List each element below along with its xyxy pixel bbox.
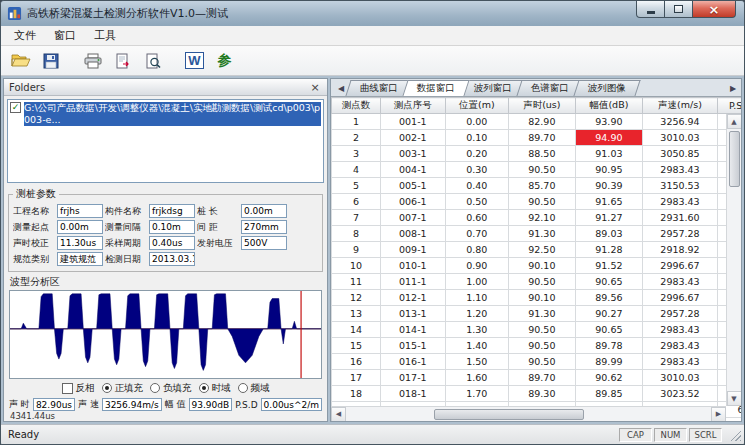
table-cell[interactable]: 90.50 bbox=[508, 162, 575, 178]
folder-list[interactable]: G:\公司产品数据\开发\调整仪器\混凝土\实地勘测数据\测试cd\p003\p… bbox=[7, 99, 324, 183]
table-row[interactable]: 17017-11.6089.7090.623010.036.40 bbox=[332, 370, 741, 386]
table-cell[interactable]: 3010.03 bbox=[642, 370, 717, 386]
table-cell[interactable]: 003-1 bbox=[380, 146, 445, 162]
maximize-button[interactable] bbox=[665, 1, 692, 18]
table-row[interactable]: 8008-10.7091.3089.032957.286.40 bbox=[332, 226, 741, 242]
folder-item[interactable]: G:\公司产品数据\开发\调整仪器\混凝土\实地勘测数据\测试cd\p003\p… bbox=[10, 102, 321, 126]
table-row[interactable]: 13013-11.2091.3090.272957.2814.4 bbox=[332, 306, 741, 322]
table-cell[interactable]: 89.03 bbox=[575, 226, 642, 242]
table-cell[interactable]: 1.70 bbox=[445, 386, 508, 402]
table-cell[interactable]: 2983.43 bbox=[642, 274, 717, 290]
column-header[interactable]: P.S.D(us bbox=[718, 98, 741, 114]
column-header[interactable]: 测点数 bbox=[332, 98, 381, 114]
table-cell[interactable]: 0.10 bbox=[445, 130, 508, 146]
menu-file[interactable]: 文件 bbox=[5, 26, 45, 45]
table-row[interactable]: 7007-10.6092.1091.272931.6025.6 bbox=[332, 210, 741, 226]
table-cell[interactable]: 3256.94 bbox=[642, 114, 717, 130]
tab-1[interactable]: 数据窗口 bbox=[402, 80, 469, 96]
column-header[interactable]: 声速(m/s) bbox=[642, 98, 717, 114]
table-cell[interactable]: 90.50 bbox=[508, 274, 575, 290]
table-cell[interactable]: 12 bbox=[332, 290, 381, 306]
table-cell[interactable]: 91.27 bbox=[575, 210, 642, 226]
word-report-button[interactable]: W bbox=[181, 48, 208, 73]
table-cell[interactable]: 009-1 bbox=[380, 242, 445, 258]
table-cell[interactable]: 0.20 bbox=[445, 146, 508, 162]
table-cell[interactable]: 016-1 bbox=[380, 354, 445, 370]
table-cell[interactable]: 005-1 bbox=[380, 178, 445, 194]
table-cell[interactable]: 10 bbox=[332, 258, 381, 274]
param-value[interactable]: 270mm bbox=[241, 220, 287, 234]
table-cell[interactable]: 1.50 bbox=[445, 354, 508, 370]
table-cell[interactable]: 5 bbox=[332, 178, 381, 194]
table-cell[interactable]: 1.20 bbox=[445, 306, 508, 322]
table-cell[interactable]: 88.50 bbox=[508, 146, 575, 162]
table-row[interactable]: 16016-11.5090.5089.992983.430.00 bbox=[332, 354, 741, 370]
table-cell[interactable]: 90.50 bbox=[508, 194, 575, 210]
folder-checkbox[interactable] bbox=[10, 102, 21, 113]
table-cell[interactable]: 1.00 bbox=[445, 274, 508, 290]
table-cell[interactable]: 90.95 bbox=[575, 162, 642, 178]
table-cell[interactable]: 90.50 bbox=[508, 338, 575, 354]
waveform-display[interactable] bbox=[9, 290, 322, 379]
table-cell[interactable]: 1.60 bbox=[445, 370, 508, 386]
table-cell[interactable]: 007-1 bbox=[380, 210, 445, 226]
table-row[interactable]: 1001-10.0082.9093.903256.940.00 bbox=[332, 114, 741, 130]
param-value[interactable]: 建筑规范 bbox=[57, 252, 103, 266]
table-cell[interactable]: 0.30 bbox=[445, 162, 508, 178]
horizontal-scrollbar[interactable]: ◀ ▶ bbox=[331, 406, 726, 421]
table-cell[interactable]: 17 bbox=[332, 370, 381, 386]
param-value[interactable]: 11.30us bbox=[57, 236, 103, 250]
table-cell[interactable]: 94.90 bbox=[575, 130, 642, 146]
open-button[interactable] bbox=[7, 48, 34, 73]
table-cell[interactable]: 13 bbox=[332, 306, 381, 322]
table-cell[interactable]: 2983.43 bbox=[642, 194, 717, 210]
table-cell[interactable]: 9 bbox=[332, 242, 381, 258]
resize-grip[interactable] bbox=[728, 428, 741, 441]
table-cell[interactable]: 7 bbox=[332, 210, 381, 226]
table-cell[interactable]: 2 bbox=[332, 130, 381, 146]
print-button[interactable] bbox=[79, 48, 106, 73]
table-cell[interactable]: 89.30 bbox=[508, 386, 575, 402]
table-cell[interactable]: 010-1 bbox=[380, 258, 445, 274]
column-header[interactable]: 测点序号 bbox=[380, 98, 445, 114]
table-cell[interactable]: 0.60 bbox=[445, 210, 508, 226]
vertical-scrollbar[interactable]: ▲ ▼ bbox=[726, 114, 741, 406]
table-cell[interactable]: 90.10 bbox=[508, 258, 575, 274]
table-cell[interactable]: 2957.28 bbox=[642, 226, 717, 242]
table-cell[interactable]: 92.10 bbox=[508, 210, 575, 226]
table-cell[interactable]: 013-1 bbox=[380, 306, 445, 322]
menu-window[interactable]: 窗口 bbox=[45, 26, 85, 45]
table-cell[interactable]: 15 bbox=[332, 338, 381, 354]
table-cell[interactable]: 91.28 bbox=[575, 242, 642, 258]
horizontal-scroll-thumb[interactable] bbox=[434, 409, 584, 420]
table-row[interactable]: 3003-10.2088.5091.033050.8514.4 bbox=[332, 146, 741, 162]
param-value[interactable]: 0.00m bbox=[241, 204, 287, 218]
table-cell[interactable]: 2983.43 bbox=[642, 354, 717, 370]
radio-fill-negative[interactable]: 负填充 bbox=[150, 382, 192, 395]
param-value[interactable]: 2013.03.13 bbox=[149, 252, 195, 266]
table-cell[interactable]: 3 bbox=[332, 146, 381, 162]
table-row[interactable]: 10010-10.9090.1091.522996.6757.6 bbox=[332, 258, 741, 274]
table-cell[interactable]: 93.90 bbox=[575, 114, 642, 130]
scroll-down-icon[interactable]: ▼ bbox=[727, 391, 742, 406]
table-cell[interactable]: 89.99 bbox=[575, 354, 642, 370]
tab-scroll-right-icon[interactable]: ▶ bbox=[727, 84, 739, 93]
table-cell[interactable]: 14 bbox=[332, 322, 381, 338]
table-cell[interactable]: 015-1 bbox=[380, 338, 445, 354]
table-cell[interactable]: 90.62 bbox=[575, 370, 642, 386]
table-row[interactable]: 18018-11.7089.3089.853023.521.60 bbox=[332, 386, 741, 402]
table-cell[interactable]: 89.78 bbox=[575, 338, 642, 354]
table-cell[interactable]: 3050.85 bbox=[642, 146, 717, 162]
table-cell[interactable]: 1 bbox=[332, 114, 381, 130]
table-cell[interactable]: 006-1 bbox=[380, 194, 445, 210]
checkbox-invert[interactable]: 反相 bbox=[62, 382, 95, 395]
table-cell[interactable]: 18 bbox=[332, 386, 381, 402]
radio-freq-domain[interactable]: 频域 bbox=[238, 382, 270, 395]
table-cell[interactable]: 91.30 bbox=[508, 306, 575, 322]
table-row[interactable]: 2002-10.1089.7094.903010.03462.4 bbox=[332, 130, 741, 146]
table-row[interactable]: 11011-11.0090.5090.652983.431.60 bbox=[332, 274, 741, 290]
table-row[interactable]: 14014-11.3090.5090.652983.436.40 bbox=[332, 322, 741, 338]
radio-time-domain[interactable]: 时域 bbox=[199, 382, 231, 395]
column-header[interactable]: 声时(us) bbox=[508, 98, 575, 114]
column-header[interactable]: 位置(m) bbox=[445, 98, 508, 114]
